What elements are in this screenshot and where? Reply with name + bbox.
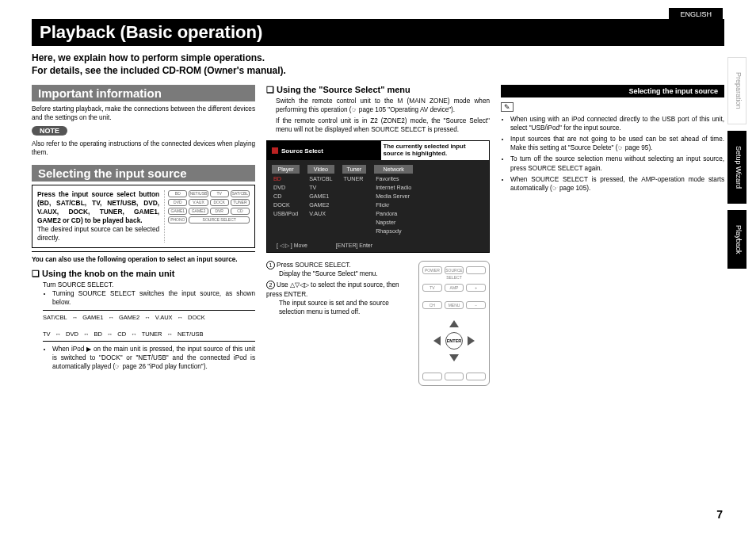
right-b4: When SOURCE SELECT is pressed, the AMP-o… — [510, 175, 724, 193]
rm-btn: AMP — [445, 284, 464, 292]
ss-item: TUNER — [342, 175, 367, 182]
ss-item: DVD — [272, 184, 300, 191]
intro-line-1: Here, we explain how to perform simple o… — [32, 52, 724, 65]
rm-btn: DVD — [168, 199, 187, 206]
rm-btn: CH — [422, 301, 442, 309]
ss-cat-head: Tuner — [342, 165, 367, 174]
rm-btn: BD — [168, 190, 187, 197]
rm-btn: SAT/CBL — [231, 190, 250, 197]
rm-btn: GAME2 — [189, 208, 208, 215]
ss-item: GAME2 — [307, 201, 334, 208]
rm-btn: GAME1 — [168, 208, 187, 215]
knob-switch-text: Turning SOURCE SELECT switches the input… — [52, 289, 255, 307]
ss-menu-head: Using the "Source Select" menu — [266, 85, 490, 95]
box-line1: Press the input source select button — [37, 190, 159, 198]
step-1-icon: 1 — [266, 261, 275, 269]
note-pill: NOTE — [32, 126, 67, 136]
rm-btn: DVR — [210, 208, 229, 215]
section-select-head: Selecting the input source — [32, 165, 255, 182]
ss-foot-enter: [ENTER] Enter — [336, 243, 372, 249]
rm-btn: TUNER — [231, 199, 250, 206]
step-2-icon: 2 — [266, 281, 275, 289]
ss-cat-head: Video — [307, 165, 334, 174]
enter-button: ENTER — [445, 332, 463, 350]
important-text: Before starting playback, make the conne… — [32, 105, 255, 122]
rm-btn-source-select: SOURCE SELECT — [189, 216, 250, 224]
rm-btn: PHONO — [168, 216, 187, 224]
section-important-head: Important information — [32, 85, 255, 101]
selector-icon — [272, 147, 278, 154]
ss-item: SAT/CBL — [307, 175, 334, 182]
rm-btn: TV — [422, 284, 442, 292]
dpad: ENTER — [433, 320, 475, 361]
ss-p1: Switch the remote control unit to the M … — [276, 97, 490, 114]
divider — [32, 251, 255, 252]
page-title: Playback (Basic operation) — [32, 19, 724, 46]
ss-item: GAME1 — [307, 193, 334, 200]
rm-btn — [466, 266, 486, 274]
rm-btn: + — [466, 284, 486, 292]
box-line3: The desired input source can be selected… — [37, 225, 159, 242]
ss-item: BD — [272, 175, 300, 182]
ss-item: Pandora — [374, 210, 413, 217]
ss-item: USB/iPod — [272, 210, 300, 217]
ss-p2: If the remote control unit is in Z2 (ZON… — [276, 117, 490, 134]
pencil-icon: ✎ — [501, 102, 514, 112]
step-1a: Press SOURCE SELECT. — [277, 262, 351, 269]
rm-btn: V.AUX — [189, 199, 208, 206]
remote-mock-top: BD NET/USB TV SAT/CBL DVD V.AUX DOCK TUN… — [164, 190, 250, 243]
also-text: You can also use the following operation… — [32, 255, 255, 264]
ss-cat-head: Network — [374, 165, 413, 174]
rm-btn: NET/USB — [189, 190, 208, 197]
ss-item: Napster — [374, 219, 413, 226]
ss-item: TV — [307, 184, 334, 191]
ss-item: CD — [272, 193, 300, 200]
rm-btn — [466, 373, 486, 380]
right-b3: To turn off the source selection menu wi… — [510, 155, 724, 172]
ipod-note: When iPod ▶ on the main unit is pressed,… — [52, 345, 255, 371]
ss-cat-head: Player — [272, 165, 300, 174]
box-line2: (BD, SAT/CBL, TV, NET/USB, DVD, V.AUX, D… — [37, 199, 159, 224]
down-icon — [449, 354, 459, 361]
ss-item: Favorites — [374, 175, 413, 182]
source-select-menu: Source Select The currently selected inp… — [266, 140, 490, 253]
ss-item: V.AUX — [307, 210, 334, 217]
note-text: Also refer to the operating instructions… — [32, 139, 255, 157]
rm-btn: TV — [210, 190, 229, 197]
selecting-strip: Selecting the input source — [501, 85, 724, 97]
ss-item: Media Server — [374, 193, 413, 200]
source-select-box: Press the input source select button (BD… — [32, 185, 255, 248]
rm-btn — [445, 373, 464, 380]
rm-btn-source-select: SOURCE SELECT — [445, 266, 464, 274]
ss-item: DOCK — [272, 201, 300, 208]
remote-illustration: POWER SOURCE SELECT TV AMP + CH MENU − — [418, 261, 490, 386]
rm-btn — [422, 373, 442, 380]
left-icon — [433, 336, 441, 346]
source-flow: SAT/CBL↔ GAME1↔ GAME2↔ V.AUX↔ DOCK TV↔ D… — [43, 310, 255, 342]
knob-head: Using the knob on the main unit — [32, 269, 255, 279]
intro-line-2: For details, see the included CD-ROM (Ow… — [32, 65, 724, 78]
rm-btn: − — [466, 301, 486, 309]
rm-btn: MENU — [445, 301, 464, 309]
page-number: 7 — [716, 508, 723, 521]
rm-btn: CD — [231, 208, 250, 215]
rm-btn: DOCK — [210, 199, 229, 206]
ss-item: Rhapsody — [374, 227, 413, 235]
ss-item: Flickr — [374, 201, 413, 208]
ss-menu-title: Source Select — [267, 141, 380, 160]
ss-foot-move: [ ◁ ▷ ] Move — [277, 243, 307, 249]
up-icon — [449, 320, 459, 327]
ss-menu-note: The currently selected input source is h… — [380, 141, 490, 160]
rm-btn: POWER — [422, 266, 442, 274]
right-b1: When using with an iPod connected direct… — [510, 115, 724, 132]
right-icon — [468, 336, 475, 346]
right-b2: Input sources that are not going to be u… — [510, 135, 724, 152]
step-2a: Use △▽◁▷ to select the input source, the… — [266, 281, 399, 297]
ss-item: Internet Radio — [374, 184, 413, 191]
knob-turn: Turn SOURCE SELECT. — [43, 281, 255, 289]
